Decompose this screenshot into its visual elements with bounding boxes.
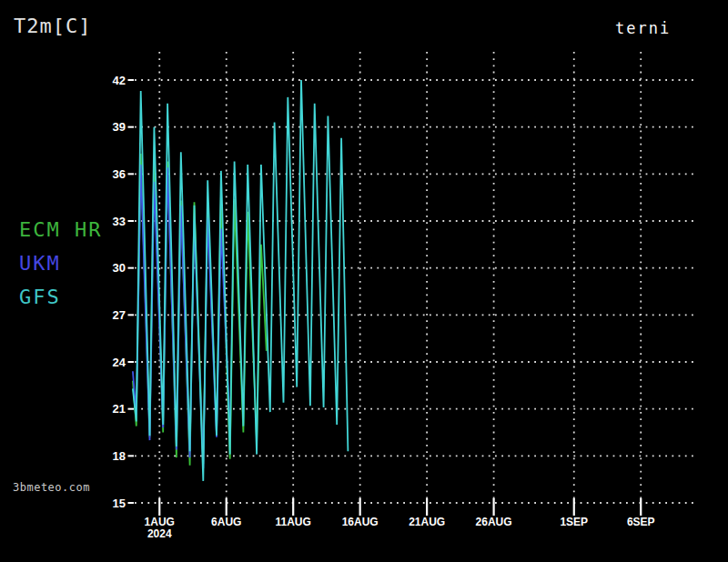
legend-item-ecm-hr: ECM HR [19, 218, 102, 252]
svg-text:39: 39 [113, 120, 126, 134]
svg-text:42: 42 [113, 74, 126, 87]
svg-text:27: 27 [113, 308, 126, 322]
legend-item-gfs: GFS [19, 286, 102, 319]
svg-text:1AUG: 1AUG [145, 516, 175, 528]
svg-text:26AUG: 26AUG [476, 516, 512, 528]
legend: ECM HR UKM GFS [19, 218, 102, 319]
station-name: terni [615, 19, 671, 37]
svg-text:2024: 2024 [147, 527, 172, 540]
svg-text:21: 21 [113, 402, 126, 416]
svg-text:33: 33 [113, 215, 126, 228]
legend-item-ukm: UKM [19, 252, 102, 286]
svg-text:16AUG: 16AUG [342, 516, 379, 528]
svg-text:18: 18 [113, 449, 126, 463]
svg-text:1SEP: 1SEP [560, 516, 588, 528]
meteogram-screen: 151821242730333639421AUG20246AUG11AUG16A… [0, 0, 728, 562]
svg-text:36: 36 [113, 167, 126, 181]
svg-text:24: 24 [113, 356, 126, 369]
svg-text:11AUG: 11AUG [276, 516, 311, 528]
svg-text:15: 15 [113, 497, 126, 510]
svg-text:6SEP: 6SEP [627, 516, 655, 528]
svg-text:6AUG: 6AUG [211, 516, 241, 528]
svg-text:21AUG: 21AUG [409, 516, 445, 528]
watermark-3bmeteo: 3bmeteo.com [13, 481, 90, 494]
svg-text:30: 30 [113, 261, 126, 275]
temperature-chart: 151821242730333639421AUG20246AUG11AUG16A… [0, 0, 728, 562]
chart-title: T2m[C] [14, 15, 91, 37]
